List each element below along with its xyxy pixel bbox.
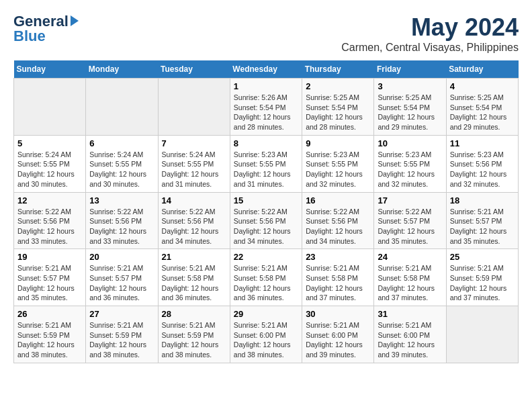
weekday-header-saturday: Saturday xyxy=(446,60,518,79)
day-info: Sunrise: 5:22 AM Sunset: 5:56 PM Dayligh… xyxy=(162,207,226,246)
logo: General Blue xyxy=(13,13,79,44)
calendar-cell: 28Sunrise: 5:21 AM Sunset: 5:59 PM Dayli… xyxy=(158,306,230,363)
day-number: 25 xyxy=(450,252,515,262)
calendar-cell: 19Sunrise: 5:21 AM Sunset: 5:57 PM Dayli… xyxy=(14,249,86,306)
day-number: 21 xyxy=(162,252,226,262)
weekday-header-friday: Friday xyxy=(374,60,446,79)
day-number: 18 xyxy=(450,195,515,205)
calendar-cell: 3Sunrise: 5:25 AM Sunset: 5:54 PM Daylig… xyxy=(374,79,446,136)
day-info: Sunrise: 5:21 AM Sunset: 5:59 PM Dayligh… xyxy=(450,263,515,303)
day-info: Sunrise: 5:21 AM Sunset: 6:00 PM Dayligh… xyxy=(306,320,370,360)
day-number: 7 xyxy=(162,138,226,148)
calendar-cell: 14Sunrise: 5:22 AM Sunset: 5:56 PM Dayli… xyxy=(158,192,230,249)
calendar-cell: 20Sunrise: 5:21 AM Sunset: 5:57 PM Dayli… xyxy=(86,249,158,306)
weekday-header-sunday: Sunday xyxy=(14,60,86,79)
day-number: 10 xyxy=(378,138,442,148)
day-info: Sunrise: 5:21 AM Sunset: 5:59 PM Dayligh… xyxy=(162,320,226,360)
day-info: Sunrise: 5:23 AM Sunset: 5:56 PM Dayligh… xyxy=(450,150,515,189)
weekday-header-wednesday: Wednesday xyxy=(230,60,302,79)
weekday-header-thursday: Thursday xyxy=(302,60,374,79)
calendar-cell: 21Sunrise: 5:21 AM Sunset: 5:58 PM Dayli… xyxy=(158,249,230,306)
day-number: 30 xyxy=(306,309,370,319)
day-number: 11 xyxy=(450,138,515,148)
calendar-cell: 15Sunrise: 5:22 AM Sunset: 5:56 PM Dayli… xyxy=(230,192,302,249)
day-info: Sunrise: 5:21 AM Sunset: 5:58 PM Dayligh… xyxy=(378,263,442,303)
calendar-week-row: 26Sunrise: 5:21 AM Sunset: 5:59 PM Dayli… xyxy=(14,306,519,363)
day-info: Sunrise: 5:24 AM Sunset: 5:55 PM Dayligh… xyxy=(17,150,82,189)
day-info: Sunrise: 5:23 AM Sunset: 5:55 PM Dayligh… xyxy=(306,150,370,189)
weekday-header-tuesday: Tuesday xyxy=(158,60,230,79)
calendar-cell: 26Sunrise: 5:21 AM Sunset: 5:59 PM Dayli… xyxy=(14,306,86,363)
calendar-cell: 22Sunrise: 5:21 AM Sunset: 5:58 PM Dayli… xyxy=(230,249,302,306)
day-info: Sunrise: 5:25 AM Sunset: 5:54 PM Dayligh… xyxy=(378,93,442,132)
title-block: May 2024 Carmen, Central Visayas, Philip… xyxy=(341,13,519,54)
calendar-week-row: 1Sunrise: 5:26 AM Sunset: 5:54 PM Daylig… xyxy=(14,79,519,136)
day-number: 15 xyxy=(234,195,298,205)
day-info: Sunrise: 5:22 AM Sunset: 5:57 PM Dayligh… xyxy=(378,207,442,246)
day-number: 22 xyxy=(234,252,298,262)
calendar-cell: 30Sunrise: 5:21 AM Sunset: 6:00 PM Dayli… xyxy=(302,306,374,363)
calendar-cell xyxy=(86,79,158,136)
calendar-cell: 31Sunrise: 5:21 AM Sunset: 6:00 PM Dayli… xyxy=(374,306,446,363)
calendar-week-row: 12Sunrise: 5:22 AM Sunset: 5:56 PM Dayli… xyxy=(14,192,519,249)
logo-blue: Blue xyxy=(13,28,46,44)
day-number: 24 xyxy=(378,252,442,262)
calendar-cell: 29Sunrise: 5:21 AM Sunset: 6:00 PM Dayli… xyxy=(230,306,302,363)
day-number: 2 xyxy=(306,81,370,91)
day-info: Sunrise: 5:21 AM Sunset: 5:57 PM Dayligh… xyxy=(89,263,154,303)
calendar-cell: 4Sunrise: 5:25 AM Sunset: 5:54 PM Daylig… xyxy=(446,79,518,136)
day-number: 9 xyxy=(306,138,370,148)
day-number: 31 xyxy=(378,309,442,319)
calendar-cell: 1Sunrise: 5:26 AM Sunset: 5:54 PM Daylig… xyxy=(230,79,302,136)
day-info: Sunrise: 5:21 AM Sunset: 5:59 PM Dayligh… xyxy=(17,320,82,360)
calendar-cell: 18Sunrise: 5:21 AM Sunset: 5:57 PM Dayli… xyxy=(446,192,518,249)
calendar-cell: 8Sunrise: 5:23 AM Sunset: 5:55 PM Daylig… xyxy=(230,135,302,192)
location-title: Carmen, Central Visayas, Philippines xyxy=(341,42,519,54)
day-number: 17 xyxy=(378,195,442,205)
day-info: Sunrise: 5:21 AM Sunset: 5:58 PM Dayligh… xyxy=(162,263,226,303)
day-number: 19 xyxy=(17,252,82,262)
calendar-cell: 24Sunrise: 5:21 AM Sunset: 5:58 PM Dayli… xyxy=(374,249,446,306)
calendar-cell: 27Sunrise: 5:21 AM Sunset: 5:59 PM Dayli… xyxy=(86,306,158,363)
calendar-cell: 17Sunrise: 5:22 AM Sunset: 5:57 PM Dayli… xyxy=(374,192,446,249)
calendar-cell: 11Sunrise: 5:23 AM Sunset: 5:56 PM Dayli… xyxy=(446,135,518,192)
day-info: Sunrise: 5:22 AM Sunset: 5:56 PM Dayligh… xyxy=(306,207,370,246)
calendar-cell xyxy=(14,79,86,136)
day-info: Sunrise: 5:22 AM Sunset: 5:56 PM Dayligh… xyxy=(89,207,154,246)
calendar-cell: 6Sunrise: 5:24 AM Sunset: 5:55 PM Daylig… xyxy=(86,135,158,192)
day-number: 4 xyxy=(450,81,515,91)
day-number: 1 xyxy=(234,81,298,91)
day-info: Sunrise: 5:21 AM Sunset: 6:00 PM Dayligh… xyxy=(378,320,442,360)
day-number: 16 xyxy=(306,195,370,205)
day-number: 5 xyxy=(17,138,82,148)
day-number: 13 xyxy=(89,195,154,205)
weekday-header-row: SundayMondayTuesdayWednesdayThursdayFrid… xyxy=(14,60,519,79)
calendar-cell: 12Sunrise: 5:22 AM Sunset: 5:56 PM Dayli… xyxy=(14,192,86,249)
page-header: General Blue May 2024 Carmen, Central Vi… xyxy=(13,13,519,54)
month-title: May 2024 xyxy=(341,13,519,42)
calendar-cell xyxy=(446,306,518,363)
day-info: Sunrise: 5:21 AM Sunset: 5:57 PM Dayligh… xyxy=(450,207,515,246)
calendar-cell: 23Sunrise: 5:21 AM Sunset: 5:58 PM Dayli… xyxy=(302,249,374,306)
day-info: Sunrise: 5:24 AM Sunset: 5:55 PM Dayligh… xyxy=(89,150,154,189)
day-number: 26 xyxy=(17,309,82,319)
calendar-cell: 2Sunrise: 5:25 AM Sunset: 5:54 PM Daylig… xyxy=(302,79,374,136)
day-info: Sunrise: 5:24 AM Sunset: 5:55 PM Dayligh… xyxy=(162,150,226,189)
day-number: 28 xyxy=(162,309,226,319)
day-number: 27 xyxy=(89,309,154,319)
day-number: 12 xyxy=(17,195,82,205)
day-number: 8 xyxy=(234,138,298,148)
calendar-cell: 13Sunrise: 5:22 AM Sunset: 5:56 PM Dayli… xyxy=(86,192,158,249)
weekday-header-monday: Monday xyxy=(86,60,158,79)
calendar-cell: 9Sunrise: 5:23 AM Sunset: 5:55 PM Daylig… xyxy=(302,135,374,192)
day-number: 20 xyxy=(89,252,154,262)
day-info: Sunrise: 5:21 AM Sunset: 5:58 PM Dayligh… xyxy=(306,263,370,303)
day-info: Sunrise: 5:26 AM Sunset: 5:54 PM Dayligh… xyxy=(234,93,298,132)
calendar-cell: 7Sunrise: 5:24 AM Sunset: 5:55 PM Daylig… xyxy=(158,135,230,192)
calendar-cell: 16Sunrise: 5:22 AM Sunset: 5:56 PM Dayli… xyxy=(302,192,374,249)
day-info: Sunrise: 5:23 AM Sunset: 5:55 PM Dayligh… xyxy=(234,150,298,189)
calendar-cell: 5Sunrise: 5:24 AM Sunset: 5:55 PM Daylig… xyxy=(14,135,86,192)
day-number: 14 xyxy=(162,195,226,205)
day-info: Sunrise: 5:21 AM Sunset: 5:58 PM Dayligh… xyxy=(234,263,298,303)
calendar-week-row: 19Sunrise: 5:21 AM Sunset: 5:57 PM Dayli… xyxy=(14,249,519,306)
